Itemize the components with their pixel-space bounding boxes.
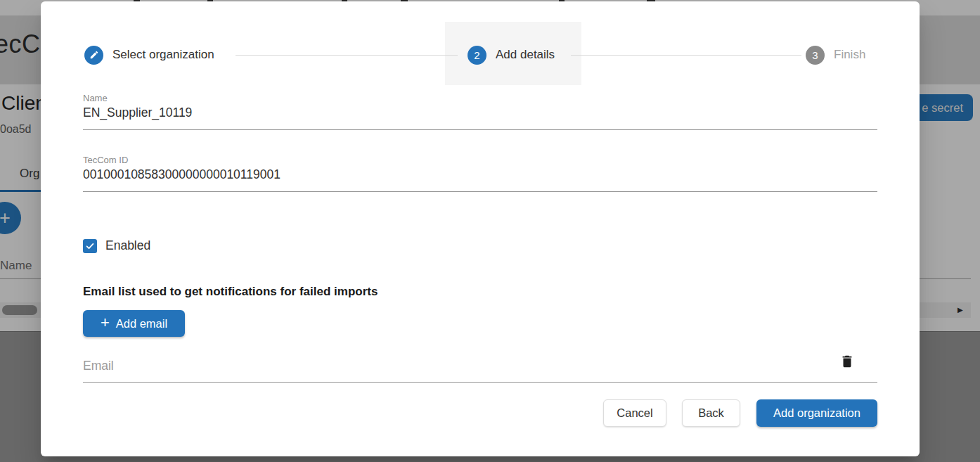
step3-circle: 3 (806, 46, 825, 65)
name-field-label: Name (83, 93, 877, 103)
edit-pencil-icon (89, 50, 99, 60)
email-section-heading: Email list used to get notifications for… (83, 285, 378, 299)
stepper-connector (236, 55, 458, 56)
teccom-id-field-value[interactable]: 00100010858300000000010119001 (83, 167, 877, 191)
step2-number: 2 (474, 49, 479, 61)
name-field-value[interactable]: EN_Supplier_10119 (83, 105, 877, 129)
step-select-organization[interactable]: Select organization (84, 45, 214, 65)
checkmark-icon (85, 241, 95, 251)
step1-circle (84, 46, 103, 65)
step1-label: Select organization (112, 48, 214, 62)
step3-label: Finish (834, 48, 865, 62)
step-add-details[interactable]: 2 Add details (468, 45, 555, 65)
add-organization-button[interactable]: Add organization (756, 399, 877, 427)
trash-icon (839, 354, 855, 369)
step2-label: Add details (496, 48, 555, 62)
step2-circle: 2 (468, 46, 486, 65)
cancel-button-label: Cancel (617, 406, 652, 420)
back-button-label: Back (698, 406, 724, 420)
name-field[interactable]: Name EN_Supplier_10119 (83, 93, 877, 130)
add-organization-button-label: Add organization (773, 406, 860, 420)
teccom-id-field-label: TecCom ID (83, 155, 877, 165)
teccom-id-field[interactable]: TecCom ID 00100010858300000000010119001 (83, 155, 877, 192)
add-email-button[interactable]: + Add email (83, 310, 185, 337)
enabled-checkbox-label: Enabled (105, 238, 150, 253)
email-input[interactable] (83, 359, 786, 373)
cancel-button[interactable]: Cancel (603, 399, 666, 427)
add-email-button-label: Add email (116, 317, 167, 331)
add-organization-dialog: Select organization 2 Add details 3 Fini… (41, 1, 920, 456)
step-finish[interactable]: 3 Finish (806, 45, 865, 65)
enabled-checkbox[interactable] (83, 239, 97, 253)
enabled-checkbox-row[interactable]: Enabled (83, 238, 150, 253)
email-input-row (83, 349, 877, 383)
plus-icon: + (101, 315, 110, 331)
step3-number: 3 (812, 49, 818, 61)
back-button[interactable]: Back (682, 399, 740, 427)
stepper-connector (571, 55, 801, 56)
delete-email-button[interactable] (838, 352, 856, 371)
